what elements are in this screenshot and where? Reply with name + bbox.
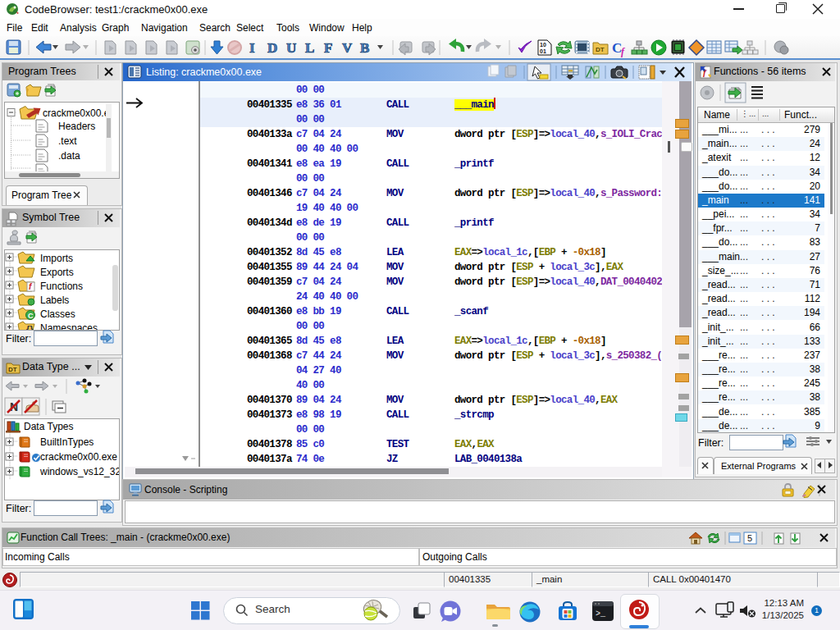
svg-text:windows_vs12_32: windows_vs12_32 bbox=[39, 466, 120, 477]
svg-text:Classes: Classes bbox=[40, 308, 75, 320]
svg-text:{}: {} bbox=[26, 324, 34, 331]
svg-text:Functions: Functions bbox=[40, 281, 83, 292]
svg-text:L: L bbox=[305, 40, 314, 56]
svg-text:crackme0x00.exe: crackme0x00.exe bbox=[40, 451, 117, 463]
svg-text:5: 5 bbox=[747, 533, 752, 543]
svg-text:DT: DT bbox=[596, 46, 605, 53]
svg-text:U: U bbox=[286, 40, 296, 56]
svg-text:I: I bbox=[249, 40, 255, 56]
svg-text:V: V bbox=[342, 40, 353, 56]
svg-text:>_: >_ bbox=[596, 609, 606, 619]
svg-text:C: C bbox=[28, 312, 34, 320]
svg-text:DT: DT bbox=[8, 366, 17, 373]
svg-text:Namespaces: Namespaces bbox=[40, 322, 98, 331]
svg-text:F: F bbox=[324, 40, 332, 56]
svg-text:Headers: Headers bbox=[58, 121, 95, 132]
svg-text:.text: .text bbox=[58, 135, 77, 147]
svg-text:crackme0x00.e: crackme0x00.e bbox=[43, 107, 110, 119]
svg-text:01: 01 bbox=[540, 48, 546, 54]
svg-text:.data: .data bbox=[58, 150, 80, 162]
svg-text:Data Types: Data Types bbox=[24, 421, 73, 432]
svg-text:D: D bbox=[267, 40, 277, 56]
svg-text:f: f bbox=[621, 46, 625, 57]
svg-text:Exports: Exports bbox=[40, 267, 74, 278]
svg-text:Labels: Labels bbox=[40, 294, 69, 306]
svg-text:Imports: Imports bbox=[40, 253, 73, 264]
svg-text:10: 10 bbox=[540, 42, 546, 48]
svg-text:BuiltInTypes: BuiltInTypes bbox=[40, 436, 94, 448]
svg-text:B: B bbox=[360, 40, 369, 56]
